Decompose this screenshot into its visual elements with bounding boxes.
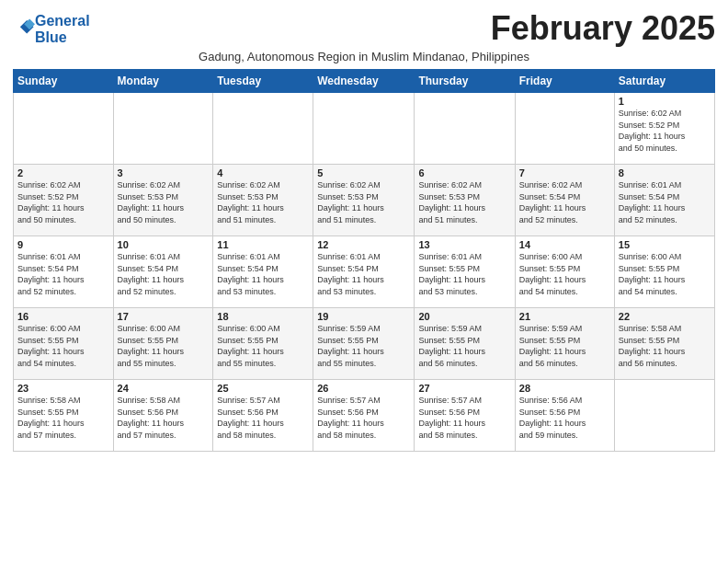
calendar-week-4: 16Sunrise: 6:00 AM Sunset: 5:55 PM Dayli… — [14, 308, 715, 380]
calendar-cell: 18Sunrise: 6:00 AM Sunset: 5:55 PM Dayli… — [213, 308, 313, 380]
calendar-cell: 4Sunrise: 6:02 AM Sunset: 5:53 PM Daylig… — [213, 165, 313, 236]
calendar-cell: 2Sunrise: 6:02 AM Sunset: 5:52 PM Daylig… — [14, 165, 114, 236]
subtitle: Gadung, Autonomous Region in Muslim Mind… — [13, 50, 715, 63]
day-number: 1 — [619, 96, 711, 107]
day-info: Sunrise: 5:58 AM Sunset: 5:55 PM Dayligh… — [619, 323, 711, 369]
day-number: 22 — [619, 311, 711, 322]
col-header-sunday: Sunday — [14, 70, 114, 93]
col-header-wednesday: Wednesday — [313, 70, 415, 93]
day-number: 12 — [317, 239, 410, 250]
day-info: Sunrise: 6:01 AM Sunset: 5:54 PM Dayligh… — [317, 251, 410, 297]
calendar-cell: 23Sunrise: 5:58 AM Sunset: 5:55 PM Dayli… — [14, 380, 114, 452]
calendar-cell: 1Sunrise: 6:02 AM Sunset: 5:52 PM Daylig… — [614, 93, 714, 165]
day-info: Sunrise: 5:57 AM Sunset: 5:56 PM Dayligh… — [317, 395, 410, 441]
calendar-cell: 5Sunrise: 6:02 AM Sunset: 5:53 PM Daylig… — [313, 165, 415, 236]
calendar-cell: 17Sunrise: 6:00 AM Sunset: 5:55 PM Dayli… — [113, 308, 213, 380]
calendar-cell — [313, 93, 415, 165]
calendar-cell — [415, 93, 515, 165]
day-info: Sunrise: 5:59 AM Sunset: 5:55 PM Dayligh… — [317, 323, 410, 369]
calendar-week-1: 1Sunrise: 6:02 AM Sunset: 5:52 PM Daylig… — [14, 93, 715, 165]
calendar-cell: 10Sunrise: 6:01 AM Sunset: 5:54 PM Dayli… — [113, 236, 213, 308]
day-number: 8 — [619, 167, 711, 178]
day-number: 19 — [317, 311, 410, 322]
calendar-header-row: SundayMondayTuesdayWednesdayThursdayFrid… — [14, 70, 715, 93]
logo: General Blue — [13, 13, 90, 45]
month-title: February 2025 — [491, 9, 715, 48]
calendar-cell: 28Sunrise: 5:56 AM Sunset: 5:56 PM Dayli… — [515, 380, 614, 452]
day-info: Sunrise: 6:01 AM Sunset: 5:54 PM Dayligh… — [118, 251, 210, 297]
day-number: 17 — [118, 311, 210, 322]
calendar-cell — [515, 93, 614, 165]
calendar-week-2: 2Sunrise: 6:02 AM Sunset: 5:52 PM Daylig… — [14, 165, 715, 236]
day-info: Sunrise: 5:58 AM Sunset: 5:55 PM Dayligh… — [17, 395, 109, 441]
day-number: 2 — [17, 167, 109, 178]
page: General Blue February 2025 Gadung, Auton… — [0, 0, 728, 459]
day-number: 16 — [17, 311, 109, 322]
day-info: Sunrise: 6:01 AM Sunset: 5:55 PM Dayligh… — [418, 251, 510, 297]
col-header-saturday: Saturday — [614, 70, 714, 93]
day-info: Sunrise: 6:02 AM Sunset: 5:53 PM Dayligh… — [317, 179, 410, 225]
day-number: 15 — [619, 239, 711, 250]
col-header-tuesday: Tuesday — [213, 70, 313, 93]
logo-line2: Blue — [35, 29, 90, 46]
day-number: 18 — [217, 311, 309, 322]
calendar-cell: 3Sunrise: 6:02 AM Sunset: 5:53 PM Daylig… — [113, 165, 213, 236]
day-info: Sunrise: 6:00 AM Sunset: 5:55 PM Dayligh… — [619, 251, 711, 297]
day-number: 24 — [118, 383, 210, 394]
calendar-cell: 11Sunrise: 6:01 AM Sunset: 5:54 PM Dayli… — [213, 236, 313, 308]
day-info: Sunrise: 6:00 AM Sunset: 5:55 PM Dayligh… — [519, 251, 610, 297]
day-info: Sunrise: 5:59 AM Sunset: 5:55 PM Dayligh… — [418, 323, 510, 369]
day-number: 11 — [217, 239, 309, 250]
day-info: Sunrise: 6:02 AM Sunset: 5:52 PM Dayligh… — [619, 108, 711, 154]
day-info: Sunrise: 6:02 AM Sunset: 5:53 PM Dayligh… — [217, 179, 309, 225]
calendar-cell: 24Sunrise: 5:58 AM Sunset: 5:56 PM Dayli… — [113, 380, 213, 452]
day-number: 27 — [418, 383, 510, 394]
calendar-cell — [614, 380, 714, 452]
day-info: Sunrise: 5:57 AM Sunset: 5:56 PM Dayligh… — [418, 395, 510, 441]
day-number: 14 — [519, 239, 610, 250]
calendar-cell: 20Sunrise: 5:59 AM Sunset: 5:55 PM Dayli… — [415, 308, 515, 380]
calendar-cell: 7Sunrise: 6:02 AM Sunset: 5:54 PM Daylig… — [515, 165, 614, 236]
col-header-thursday: Thursday — [415, 70, 515, 93]
calendar-table: SundayMondayTuesdayWednesdayThursdayFrid… — [13, 69, 715, 452]
day-info: Sunrise: 6:02 AM Sunset: 5:54 PM Dayligh… — [519, 179, 610, 225]
day-info: Sunrise: 5:56 AM Sunset: 5:56 PM Dayligh… — [519, 395, 610, 441]
col-header-friday: Friday — [515, 70, 614, 93]
day-info: Sunrise: 5:59 AM Sunset: 5:55 PM Dayligh… — [519, 323, 610, 369]
calendar-cell: 14Sunrise: 6:00 AM Sunset: 5:55 PM Dayli… — [515, 236, 614, 308]
day-number: 23 — [17, 383, 109, 394]
calendar-cell: 9Sunrise: 6:01 AM Sunset: 5:54 PM Daylig… — [14, 236, 114, 308]
day-number: 13 — [418, 239, 510, 250]
calendar-week-5: 23Sunrise: 5:58 AM Sunset: 5:55 PM Dayli… — [14, 380, 715, 452]
calendar-cell: 12Sunrise: 6:01 AM Sunset: 5:54 PM Dayli… — [313, 236, 415, 308]
day-number: 9 — [17, 239, 109, 250]
calendar-cell: 22Sunrise: 5:58 AM Sunset: 5:55 PM Dayli… — [614, 308, 714, 380]
calendar-cell: 8Sunrise: 6:01 AM Sunset: 5:54 PM Daylig… — [614, 165, 714, 236]
calendar-week-3: 9Sunrise: 6:01 AM Sunset: 5:54 PM Daylig… — [14, 236, 715, 308]
day-info: Sunrise: 5:57 AM Sunset: 5:56 PM Dayligh… — [217, 395, 309, 441]
day-number: 4 — [217, 167, 309, 178]
day-number: 10 — [118, 239, 210, 250]
calendar-cell: 21Sunrise: 5:59 AM Sunset: 5:55 PM Dayli… — [515, 308, 614, 380]
day-number: 26 — [317, 383, 410, 394]
day-number: 3 — [118, 167, 210, 178]
calendar-cell: 19Sunrise: 5:59 AM Sunset: 5:55 PM Dayli… — [313, 308, 415, 380]
header: General Blue February 2025 — [13, 9, 715, 48]
calendar-cell: 16Sunrise: 6:00 AM Sunset: 5:55 PM Dayli… — [14, 308, 114, 380]
day-info: Sunrise: 6:01 AM Sunset: 5:54 PM Dayligh… — [619, 179, 711, 225]
day-info: Sunrise: 6:02 AM Sunset: 5:53 PM Dayligh… — [118, 179, 210, 225]
day-info: Sunrise: 6:00 AM Sunset: 5:55 PM Dayligh… — [118, 323, 210, 369]
day-number: 5 — [317, 167, 410, 178]
day-number: 20 — [418, 311, 510, 322]
calendar-cell — [113, 93, 213, 165]
calendar-cell: 25Sunrise: 5:57 AM Sunset: 5:56 PM Dayli… — [213, 380, 313, 452]
calendar-cell: 6Sunrise: 6:02 AM Sunset: 5:53 PM Daylig… — [415, 165, 515, 236]
day-info: Sunrise: 6:02 AM Sunset: 5:53 PM Dayligh… — [418, 179, 510, 225]
col-header-monday: Monday — [113, 70, 213, 93]
day-number: 21 — [519, 311, 610, 322]
day-info: Sunrise: 6:00 AM Sunset: 5:55 PM Dayligh… — [217, 323, 309, 369]
calendar-cell — [14, 93, 114, 165]
logo-icon — [15, 17, 35, 38]
day-info: Sunrise: 6:01 AM Sunset: 5:54 PM Dayligh… — [217, 251, 309, 297]
day-number: 28 — [519, 383, 610, 394]
